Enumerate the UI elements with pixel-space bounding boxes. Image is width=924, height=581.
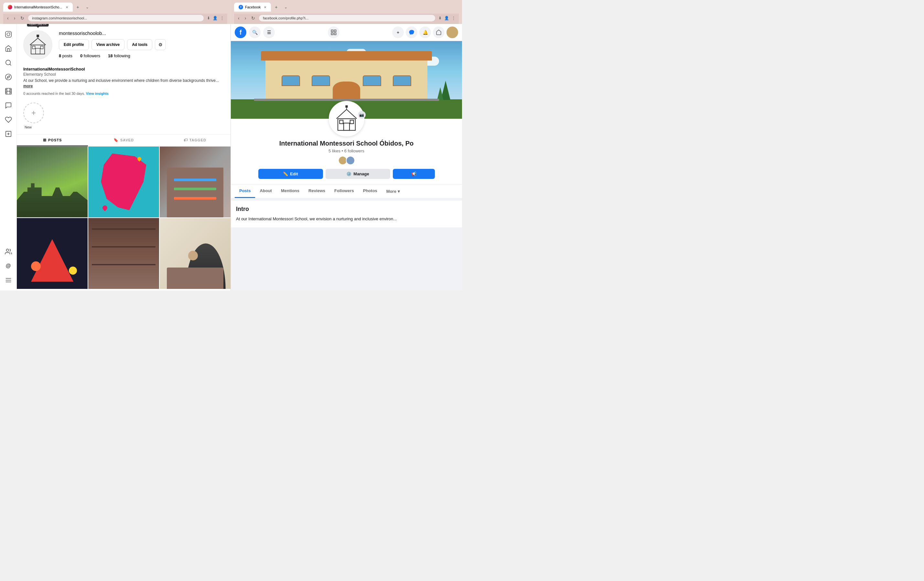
fb-back-btn[interactable]: ‹ <box>237 15 241 22</box>
svg-rect-33 <box>344 123 350 131</box>
svg-point-3 <box>5 60 10 65</box>
ig-url-actions: ⬇ 👤 ⋮ <box>206 15 225 21</box>
ig-avatar[interactable] <box>23 30 52 60</box>
ig-following-stat[interactable]: 18 following <box>108 53 130 58</box>
svg-point-2 <box>10 32 10 33</box>
ig-url-bar: ‹ › ↻ ⬇ 👤 ⋮ <box>3 13 227 24</box>
ig-more-icon[interactable]: ⋮ <box>219 15 225 21</box>
ig-more-options-icon[interactable] <box>2 274 15 286</box>
ig-back-btn[interactable]: ‹ <box>6 15 10 22</box>
fb-notifications-icon[interactable]: 🔔 <box>419 26 431 38</box>
ig-ad-tools-btn[interactable]: Ad tools <box>127 39 152 50</box>
fb-menu-btn[interactable]: ☰ <box>263 26 275 38</box>
fb-tab-more[interactable]: More ▾ <box>382 185 404 198</box>
fb-profile-avatar-btn[interactable] <box>447 26 458 38</box>
ig-notifications-icon[interactable] <box>2 113 15 126</box>
fb-forward-btn[interactable]: › <box>243 15 248 22</box>
ig-view-archive-btn[interactable]: View archive <box>91 39 125 50</box>
ig-tab-overflow[interactable]: ⌄ <box>83 3 91 11</box>
fb-tab-posts[interactable]: Posts <box>235 184 255 198</box>
fb-page-name: International Montessori School Óbidos, … <box>237 140 455 147</box>
ig-grid-item-2[interactable] <box>88 147 159 217</box>
ig-edit-profile-btn[interactable]: Edit profile <box>59 39 89 50</box>
ig-settings-icon[interactable]: ⚙ <box>155 39 166 50</box>
fb-advertise-icon: 📢 <box>411 171 416 176</box>
ig-download-icon[interactable]: ⬇ <box>206 15 211 21</box>
fb-tab-about[interactable]: About <box>255 184 276 198</box>
ig-tab-close[interactable]: ✕ <box>66 5 68 9</box>
fb-nav-tabs: Posts About Mentions Reviews Followers P… <box>231 184 462 198</box>
fb-url-input[interactable] <box>259 15 435 22</box>
fb-add-btn[interactable]: + <box>392 26 404 38</box>
ig-new-post-btn[interactable]: + <box>23 103 44 123</box>
fb-messenger-icon[interactable] <box>406 26 417 38</box>
fb-tab-mentions[interactable]: Mentions <box>276 184 304 198</box>
fb-user-icon[interactable]: 👤 <box>444 15 450 21</box>
ig-messages-icon[interactable] <box>2 99 15 112</box>
ig-bio-more-link[interactable]: more <box>23 84 33 88</box>
ig-reels-icon[interactable] <box>2 85 15 98</box>
ig-posts-label: posts <box>63 53 73 58</box>
fb-reload-btn[interactable]: ↻ <box>250 15 256 22</box>
svg-rect-37 <box>350 120 353 124</box>
ig-tab-posts[interactable]: ⊞ POSTS <box>17 134 88 146</box>
ig-new-tab-btn[interactable]: + <box>74 3 82 11</box>
fb-more-icon[interactable]: ⋮ <box>451 15 456 21</box>
svg-point-18 <box>6 249 8 252</box>
ig-tab-saved[interactable]: 🔖 SAVED <box>88 134 159 146</box>
ig-sidebar: @ <box>0 24 17 290</box>
ig-stats: 8 posts 0 followers 18 following <box>59 53 224 58</box>
fb-nav-left: f 🔍 ☰ <box>235 26 275 38</box>
fb-tab-close[interactable]: ✕ <box>264 5 266 9</box>
ig-grid-item-5[interactable] <box>88 218 159 289</box>
ig-explore-icon[interactable] <box>2 71 15 83</box>
ig-grid-item-1[interactable] <box>17 147 87 217</box>
fb-tab-photos[interactable]: Photos <box>358 184 382 198</box>
fb-page-sidebar-icon[interactable] <box>328 26 340 38</box>
fb-tab-reviews[interactable]: Reviews <box>304 184 330 198</box>
ig-new-post-label: New <box>25 125 32 129</box>
fb-search-btn[interactable]: 🔍 <box>249 26 261 38</box>
fb-intro-section: Intro At our International Montessori Sc… <box>231 200 462 227</box>
ig-view-insights-link[interactable]: View insights <box>86 91 109 96</box>
ig-tab-tagged[interactable]: 🏷 TAGGED <box>159 134 231 146</box>
fb-tab-followers[interactable]: Followers <box>330 184 358 198</box>
fb-manage-btn[interactable]: ⚙️ Manage <box>325 169 390 179</box>
ig-grid-item-6[interactable] <box>160 218 231 289</box>
fb-logo[interactable]: f <box>235 26 246 38</box>
ig-user-icon[interactable]: 👤 <box>212 15 218 21</box>
ig-category: Elementary School <box>23 72 224 77</box>
ig-open-tooltip: Open Sep 24 <box>27 24 48 26</box>
fb-camera-badge[interactable]: 📷 <box>358 111 366 119</box>
ig-url-input[interactable] <box>28 15 204 22</box>
ig-grid-item-3[interactable] <box>160 147 231 217</box>
ig-grid-item-4[interactable] <box>17 218 87 289</box>
ig-logo-icon[interactable] <box>2 28 15 41</box>
ig-followers-stat[interactable]: 0 followers <box>80 53 100 58</box>
ig-search-icon[interactable] <box>2 56 15 69</box>
fb-community-icon[interactable] <box>433 26 445 38</box>
fb-new-tab-btn[interactable]: + <box>272 3 280 11</box>
fb-advertise-btn[interactable]: 📢 <box>393 169 435 179</box>
fb-tab-overflow[interactable]: ⌄ <box>282 3 290 11</box>
facebook-panel: f Facebook ✕ + ⌄ ‹ › ↻ ⬇ 👤 ⋮ f 🔍 ☰ <box>231 0 462 290</box>
svg-rect-25 <box>37 35 39 37</box>
ig-threads-icon[interactable]: @ <box>2 260 15 272</box>
ig-insights: 0 accounts reached in the last 30 days. … <box>23 89 224 99</box>
fb-profile-content: 📷 International Montessori School Óbidos… <box>231 41 462 290</box>
svg-rect-36 <box>340 120 343 124</box>
svg-rect-31 <box>334 33 336 35</box>
ig-active-tab[interactable]: InternationalMontessoriScho... ✕ <box>3 3 73 12</box>
ig-posts-stat[interactable]: 8 posts <box>59 53 73 58</box>
ig-bio: At our School, we provide a nurturing an… <box>23 78 224 89</box>
fb-edit-btn[interactable]: ✏️ Edit <box>258 169 323 179</box>
ig-forward-btn[interactable]: › <box>13 15 17 22</box>
ig-profile-icon[interactable] <box>2 245 15 258</box>
ig-reload-btn[interactable]: ↻ <box>19 15 26 22</box>
fb-active-tab[interactable]: f Facebook ✕ <box>234 3 271 12</box>
ig-create-icon[interactable] <box>2 127 15 141</box>
fb-download-icon[interactable]: ⬇ <box>438 15 442 21</box>
ig-avatar-wrap: Open Sep 24 <box>23 30 52 60</box>
ig-tabs: ⊞ POSTS 🔖 SAVED 🏷 TAGGED <box>17 134 231 147</box>
ig-home-icon[interactable] <box>2 42 15 55</box>
